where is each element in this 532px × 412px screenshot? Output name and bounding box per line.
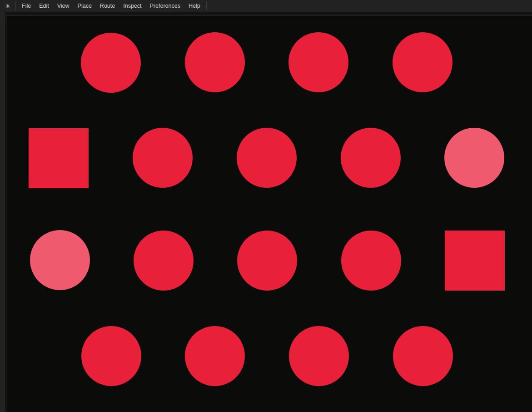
pad-circle[interactable]	[134, 231, 194, 291]
pad-circle-highlighted[interactable]	[30, 230, 90, 290]
pad-circle[interactable]	[185, 32, 245, 92]
menu-item-edit[interactable]: Edit	[35, 0, 53, 12]
menu-item-view[interactable]: View	[53, 0, 74, 12]
menu-item-preferences[interactable]: Preferences	[146, 0, 184, 12]
pad-circle[interactable]	[393, 32, 452, 92]
menubar: ✳ FileEditViewPlaceRouteInspectPreferenc…	[0, 0, 532, 12]
menu-item-file[interactable]: File	[18, 0, 35, 12]
pad-circle[interactable]	[393, 326, 453, 386]
app-sunburst-icon: ✳	[0, 0, 15, 12]
menu-item-place[interactable]: Place	[74, 0, 96, 12]
menu-item-help[interactable]: Help	[184, 0, 204, 12]
pad-circle[interactable]	[133, 128, 193, 188]
pcb-canvas[interactable]	[6, 15, 532, 412]
menu-item-route[interactable]: Route	[96, 0, 119, 12]
pad-circle[interactable]	[237, 231, 297, 291]
menu-items: FileEditViewPlaceRouteInspectPreferences…	[16, 0, 206, 12]
pad-square[interactable]	[29, 128, 89, 188]
pad-circle[interactable]	[237, 128, 297, 188]
pad-circle-highlighted[interactable]	[444, 128, 504, 188]
menu-item-inspect[interactable]: Inspect	[119, 0, 145, 12]
menubar-separator	[206, 2, 207, 10]
pad-circle[interactable]	[341, 231, 401, 291]
pad-circle[interactable]	[341, 128, 401, 188]
pad-circle[interactable]	[81, 326, 141, 386]
pad-circle[interactable]	[288, 32, 348, 92]
window-left-edge	[0, 12, 5, 412]
pad-circle[interactable]	[81, 33, 141, 93]
pad-square[interactable]	[445, 231, 505, 291]
pad-circle[interactable]	[289, 326, 349, 386]
pad-circle[interactable]	[185, 326, 245, 386]
